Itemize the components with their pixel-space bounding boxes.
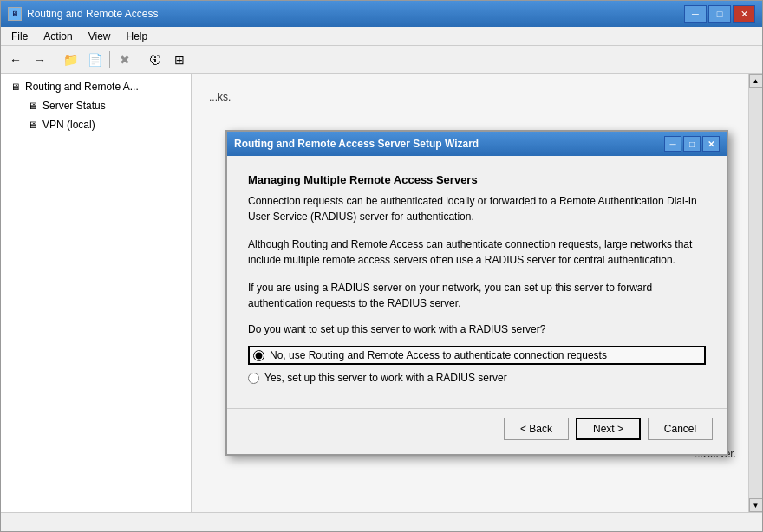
wizard-dialog: Routing and Remote Access Server Setup W… xyxy=(225,130,728,456)
menu-help[interactable]: Help xyxy=(120,29,155,44)
dialog-minimize-btn[interactable]: ─ xyxy=(664,136,681,152)
radio-yes-radius-label: Yes, set up this server to work with a R… xyxy=(264,372,507,384)
maximize-button[interactable]: □ xyxy=(708,5,731,23)
menu-action[interactable]: Action xyxy=(36,29,79,44)
dialog-title-bar: Routing and Remote Access Server Setup W… xyxy=(227,132,727,156)
dialog-close-btn[interactable]: ✕ xyxy=(702,136,720,152)
title-bar: 🖥 Routing and Remote Access ─ □ ✕ xyxy=(1,1,762,27)
right-panel: ...ks. ...Server. ▲ ▼ Routing and Remote… xyxy=(192,74,762,512)
rra-icon: 🖥 xyxy=(8,80,22,94)
menu-view[interactable]: View xyxy=(82,29,118,44)
toolbar-sep2 xyxy=(109,51,110,68)
sidebar-item-server-status[interactable]: 🖥 Server Status xyxy=(1,96,191,115)
radio-yes-radius[interactable]: Yes, set up this server to work with a R… xyxy=(248,372,706,384)
toolbar-sep3 xyxy=(140,51,140,68)
sidebar-rra-label: Routing and Remote A... xyxy=(25,81,139,93)
dialog-paragraph2: Although Routing and Remote Access can a… xyxy=(248,237,706,268)
forward-toolbar-btn[interactable]: → xyxy=(29,49,51,70)
status-bar xyxy=(1,512,762,531)
export-toolbar-btn[interactable]: ⊞ xyxy=(168,49,191,70)
main-window: 🖥 Routing and Remote Access ─ □ ✕ File A… xyxy=(0,0,763,532)
close-button[interactable]: ✕ xyxy=(733,5,755,23)
dialog-title-buttons: ─ □ ✕ xyxy=(664,136,720,152)
sidebar-vpn-label: VPN (local) xyxy=(42,119,95,131)
dialog-maximize-btn[interactable]: □ xyxy=(683,136,701,152)
menu-file[interactable]: File xyxy=(4,29,35,44)
radio-no-radius-label: No, use Routing and Remote Access to aut… xyxy=(270,349,607,361)
window-icon: 🖥 xyxy=(8,7,22,21)
sidebar-server-status-label: Server Status xyxy=(42,100,106,112)
folder-toolbar-btn[interactable]: 📁 xyxy=(59,49,82,70)
delete-toolbar-btn[interactable]: ✖ xyxy=(114,49,136,70)
window-title: Routing and Remote Access xyxy=(27,8,158,20)
dialog-paragraph1: Connection requests can be authenticated… xyxy=(248,193,706,224)
page-toolbar-btn[interactable]: 📄 xyxy=(83,49,106,70)
title-bar-buttons: ─ □ ✕ xyxy=(684,5,755,23)
sidebar: 🖥 Routing and Remote A... 🖥 Server Statu… xyxy=(1,74,192,512)
minimize-button[interactable]: ─ xyxy=(684,5,707,23)
dialog-question: Do you want to set up this server to wor… xyxy=(248,323,706,335)
cancel-button[interactable]: Cancel xyxy=(648,418,713,440)
back-toolbar-btn[interactable]: ← xyxy=(4,49,27,70)
dialog-overlay: Routing and Remote Access Server Setup W… xyxy=(192,74,762,512)
next-button[interactable]: Next > xyxy=(576,418,641,440)
toolbar: ← → 📁 📄 ✖ 🛈 ⊞ xyxy=(1,46,762,74)
dialog-paragraph3: If you are using a RADIUS server on your… xyxy=(248,280,706,311)
info-toolbar-btn[interactable]: 🛈 xyxy=(144,49,166,70)
dialog-footer: < Back Next > Cancel xyxy=(227,408,727,454)
vpn-icon: 🖥 xyxy=(25,118,39,132)
radio-yes-radius-input[interactable] xyxy=(248,373,259,384)
content-area: 🖥 Routing and Remote A... 🖥 Server Statu… xyxy=(1,74,762,512)
dialog-content: Managing Multiple Remote Access Servers … xyxy=(227,156,727,408)
radio-no-radius[interactable]: No, use Routing and Remote Access to aut… xyxy=(248,346,706,365)
title-bar-left: 🖥 Routing and Remote Access xyxy=(8,7,158,21)
sidebar-item-vpn[interactable]: 🖥 VPN (local) xyxy=(1,115,191,134)
sidebar-item-rra[interactable]: 🖥 Routing and Remote A... xyxy=(1,77,191,96)
menu-bar: File Action View Help xyxy=(1,27,762,46)
dialog-section-title: Managing Multiple Remote Access Servers xyxy=(248,173,706,186)
back-button[interactable]: < Back xyxy=(504,418,569,440)
server-status-icon: 🖥 xyxy=(25,99,39,113)
dialog-title: Routing and Remote Access Server Setup W… xyxy=(234,138,479,150)
toolbar-sep1 xyxy=(55,51,55,68)
radio-no-radius-input[interactable] xyxy=(253,350,264,361)
